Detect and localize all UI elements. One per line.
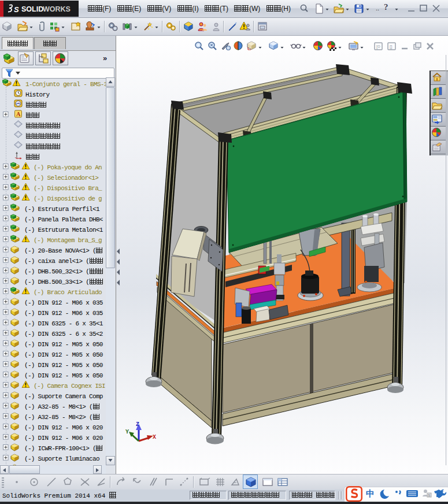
svg-text:[]: [] — [390, 44, 392, 49]
svg-text:[0: [0 — [376, 44, 380, 49]
svg-text:X: X — [153, 434, 156, 440]
svg-text:中: 中 — [366, 488, 375, 498]
svg-text:S: S — [428, 494, 431, 498]
svg-text:Y: Y — [125, 429, 129, 435]
svg-text:A: A — [16, 111, 21, 117]
svg-text:Z: Z — [136, 421, 139, 428]
